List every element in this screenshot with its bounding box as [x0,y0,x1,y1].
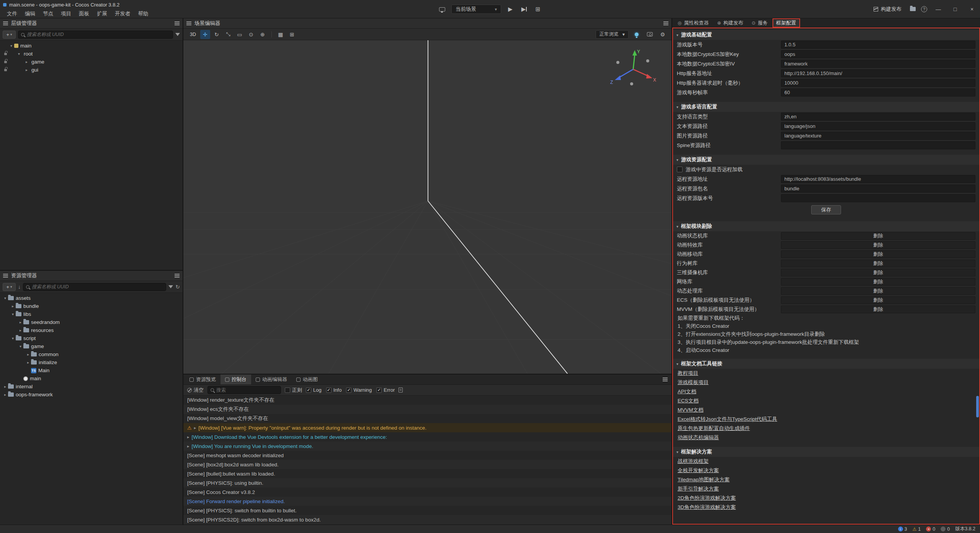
doc-link[interactable]: 教程项目 [678,370,698,377]
delete-button[interactable]: 删除 [866,251,891,258]
section-header[interactable]: ▾框架解决方案 [673,447,979,457]
asset-node-libs[interactable]: ▾libs [0,310,183,318]
asset-node-game[interactable]: ▾game [0,342,183,350]
tree-open-arrow-icon[interactable]: ▾ [16,52,22,56]
menu-item-节点[interactable]: 节点 [39,10,57,17]
tab-动画图[interactable]: 动画图 [292,374,322,384]
toggle-3d-button[interactable]: 3D [187,30,199,39]
panel-options-icon[interactable] [663,379,668,380]
field-input[interactable] [781,194,975,202]
delete-button[interactable]: 删除 [866,242,891,249]
doc-link[interactable]: 原生包热更新配置自动生成插件 [678,425,750,432]
device-preview-button[interactable] [438,5,447,14]
asset-node-script[interactable]: ▾script [0,334,183,342]
field-input[interactable]: framework [781,60,975,68]
hierarchy-node-main[interactable]: ▾main [0,42,183,50]
tree-closed-arrow-icon[interactable]: ▸ [24,60,29,64]
delete-button[interactable]: 删除 [866,306,891,313]
field-input[interactable]: language/json [781,122,975,130]
console-log-row[interactable]: [Window] model_view文件夹不存在 [183,414,671,423]
notification-count[interactable]: 0 [941,526,950,532]
tab-动画编辑器[interactable]: 动画编辑器 [251,374,292,384]
delete-button[interactable]: 删除 [866,232,891,239]
delete-button[interactable]: 删除 [866,260,891,267]
error-count[interactable]: × 0 [926,526,935,532]
console-log-row[interactable]: [Window] ecs文件夹不存在 [183,405,671,414]
menu-item-面板[interactable]: 面板 [75,10,93,17]
filter-Log[interactable]: ✓Log [306,387,322,393]
section-header[interactable]: ▾框架文档工具链接 [673,359,979,369]
panel-options-icon[interactable] [175,275,180,276]
info-count[interactable]: i 3 [898,526,907,532]
maximize-button[interactable]: □ [949,4,961,15]
console-clear-button[interactable]: 清空 [187,387,204,394]
expand-icon[interactable]: ▸ [194,425,196,430]
warning-count[interactable]: ⚠ 1 [913,526,921,532]
coordinate-toggle-button[interactable]: ⊕ [258,30,268,39]
console-search-input[interactable] [216,387,278,393]
panel-options-icon[interactable] [175,23,180,24]
console-log-row[interactable]: ⚠▸[Window] [Vue warn]: Property "onInput… [183,423,671,432]
field-input[interactable] [781,141,975,149]
help-icon[interactable]: ? [921,6,927,12]
asset-node-oops-framework[interactable]: ▸oops-framework [0,391,183,399]
field-input[interactable]: http://localhost:8083/assets/bundle [781,175,975,183]
scene-viewport[interactable]: Y X Z [183,40,671,374]
checkbox[interactable] [677,167,683,172]
tab-属性检查器[interactable]: ◎属性检查器 [674,18,712,28]
filter-Error[interactable]: ✓Error [376,387,395,393]
assets-search-input[interactable] [32,284,163,289]
expand-icon[interactable]: ▸ [187,444,189,449]
tree-open-arrow-icon[interactable]: ▾ [10,312,16,316]
hierarchy-search-input[interactable] [27,32,170,37]
view-grid-button[interactable]: ⊞ [287,30,297,39]
menu-item-项目[interactable]: 项目 [57,10,75,17]
assets-search[interactable] [23,283,166,291]
step-button[interactable]: ▶ [519,5,529,14]
console-log-row[interactable]: [Window] render_texture文件夹不存在 [183,396,671,405]
menu-item-帮助[interactable]: 帮助 [134,10,152,17]
open-project-folder-icon[interactable] [910,7,916,11]
tree-closed-arrow-icon[interactable]: ▸ [25,360,31,365]
field-input[interactable]: 60 [781,88,975,96]
rotate-tool-button[interactable]: ↻ [212,30,222,39]
field-input[interactable]: zh,en [781,113,975,121]
tab-框架配置[interactable]: 框架配置 [773,18,800,28]
doc-link[interactable]: MVVM文档 [678,407,704,414]
tree-closed-arrow-icon[interactable]: ▸ [2,384,8,389]
panel-menu-icon[interactable] [186,23,191,24]
doc-link[interactable]: Tiledmap地图解决方案 [678,476,730,483]
import-asset-icon[interactable]: ↓ [18,284,21,290]
delete-button[interactable]: 删除 [866,297,891,304]
axis-gizmo[interactable]: Y X Z [609,47,658,92]
doc-link[interactable]: 全栈开发解决方案 [678,467,719,474]
console-log-row[interactable]: [Scene] [bullet]:bullet wasm lib loaded. [183,469,671,478]
doc-link[interactable]: 游戏模板项目 [678,379,709,386]
tree-closed-arrow-icon[interactable]: ▸ [18,320,23,324]
layout-grid-button[interactable]: ⊞ [533,5,542,14]
asset-node-resources[interactable]: ▸resources [0,326,183,334]
panel-menu-icon[interactable] [3,275,8,276]
create-node-button[interactable]: +▾ [3,31,16,39]
doc-link[interactable]: 3D角色扮演游戏解决方案 [678,504,736,511]
asset-node-seedrandom[interactable]: ▸seedrandom [0,318,183,326]
hierarchy-node-game[interactable]: ▸game [0,58,183,66]
delete-button[interactable]: 删除 [866,278,891,285]
tree-open-arrow-icon[interactable]: ▾ [8,44,14,48]
pivot-toggle-button[interactable]: ⊙ [246,30,256,39]
scale-tool-button[interactable]: ⤡ [223,30,233,39]
panel-menu-icon[interactable] [3,23,8,24]
field-input[interactable]: 10000 [781,79,975,87]
field-input[interactable]: bundle [781,185,975,193]
doc-link[interactable]: 2D角色扮演游戏解决方案 [678,495,736,502]
filter-Info[interactable]: ✓Info [326,387,342,393]
minimize-button[interactable]: — [933,4,944,15]
tree-closed-arrow-icon[interactable]: ▸ [18,328,23,332]
section-header[interactable]: ▾游戏资源配置 [673,155,979,165]
console-log-row[interactable]: ▸[Window] You are running Vue in develop… [183,441,671,451]
menu-item-开发者[interactable]: 开发者 [111,10,134,17]
asset-node-Main[interactable]: TSMain [0,366,183,374]
section-header[interactable]: ▾框架模块剔除 [673,221,979,231]
field-input[interactable]: 1.0.5 [781,41,975,49]
tree-open-arrow-icon[interactable]: ▾ [10,336,16,340]
